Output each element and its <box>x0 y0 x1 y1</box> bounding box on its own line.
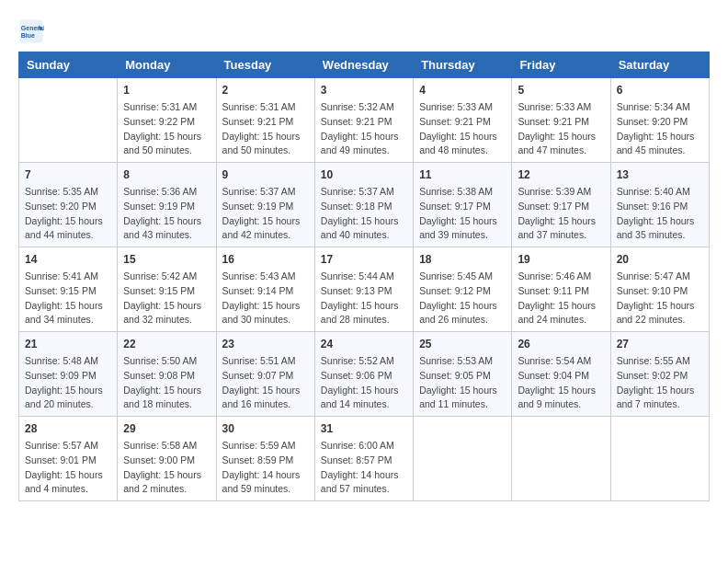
day-number: 20 <box>617 251 703 268</box>
day-info-text: Daylight: 15 hours <box>617 384 703 398</box>
day-info-text: Daylight: 15 hours <box>321 384 407 398</box>
calendar-cell: 29Sunrise: 5:58 AMSunset: 9:00 PMDayligh… <box>118 417 216 501</box>
day-info-text: Daylight: 14 hours <box>321 468 407 483</box>
day-info-text: Sunset: 9:08 PM <box>123 369 210 384</box>
weekday-header-saturday: Saturday <box>610 52 709 78</box>
day-info-text: Daylight: 15 hours <box>123 468 210 483</box>
day-info-text: Daylight: 15 hours <box>25 214 111 229</box>
day-number: 12 <box>518 167 604 183</box>
day-info-text: Sunrise: 5:47 AM <box>617 270 703 284</box>
day-info-text: Sunrise: 5:58 AM <box>123 439 210 454</box>
week-row-3: 14Sunrise: 5:41 AMSunset: 9:15 PMDayligh… <box>19 247 710 332</box>
weekday-header-thursday: Thursday <box>414 52 512 78</box>
calendar-table: SundayMondayTuesdayWednesdayThursdayFrid… <box>18 52 710 501</box>
day-info-text: Sunset: 9:02 PM <box>617 369 703 384</box>
day-info-text: Daylight: 15 hours <box>123 214 210 229</box>
day-info-text: Daylight: 15 hours <box>518 384 604 398</box>
day-info-text: Sunrise: 5:45 AM <box>419 270 506 284</box>
day-info-text: and 32 minutes. <box>123 313 210 327</box>
calendar-cell: 17Sunrise: 5:44 AMSunset: 9:13 PMDayligh… <box>314 247 413 332</box>
day-number: 21 <box>25 336 111 352</box>
day-info-text: Sunrise: 5:59 AM <box>222 439 309 454</box>
weekday-header-monday: Monday <box>118 52 216 78</box>
day-info-text: Sunrise: 5:37 AM <box>321 185 407 200</box>
day-info-text: Sunrise: 5:46 AM <box>518 270 604 284</box>
day-info-text: and 48 minutes. <box>419 144 506 158</box>
day-number: 1 <box>123 82 210 98</box>
weekday-header-friday: Friday <box>512 52 610 78</box>
day-info-text: Daylight: 15 hours <box>419 130 506 144</box>
calendar-cell: 30Sunrise: 5:59 AMSunset: 8:59 PMDayligh… <box>216 417 314 501</box>
day-number: 28 <box>25 420 111 437</box>
svg-rect-0 <box>19 19 42 42</box>
weekday-header-sunday: Sunday <box>19 52 118 78</box>
day-info-text: Sunrise: 5:50 AM <box>123 354 210 369</box>
day-info-text: Sunset: 9:17 PM <box>419 200 506 214</box>
day-info-text: Daylight: 15 hours <box>617 130 703 144</box>
svg-text:Blue: Blue <box>21 32 35 39</box>
calendar-cell: 4Sunrise: 5:33 AMSunset: 9:21 PMDaylight… <box>414 78 512 163</box>
calendar-cell: 25Sunrise: 5:53 AMSunset: 9:05 PMDayligh… <box>414 332 512 417</box>
day-number: 29 <box>123 420 210 437</box>
day-number: 2 <box>222 82 309 98</box>
day-info-text: and 16 minutes. <box>222 397 309 412</box>
day-info-text: and 14 minutes. <box>321 397 407 412</box>
calendar-cell: 21Sunrise: 5:48 AMSunset: 9:09 PMDayligh… <box>19 332 118 417</box>
day-info-text: Sunset: 8:57 PM <box>321 454 407 468</box>
day-number: 26 <box>518 336 604 352</box>
calendar-cell: 26Sunrise: 5:54 AMSunset: 9:04 PMDayligh… <box>512 332 610 417</box>
day-number: 23 <box>222 336 309 352</box>
calendar-cell: 12Sunrise: 5:39 AMSunset: 9:17 PMDayligh… <box>512 163 610 247</box>
day-number: 31 <box>321 420 407 437</box>
calendar-cell: 20Sunrise: 5:47 AMSunset: 9:10 PMDayligh… <box>610 247 709 332</box>
day-info-text: and 18 minutes. <box>123 397 210 412</box>
day-info-text: and 37 minutes. <box>518 228 604 243</box>
week-row-4: 21Sunrise: 5:48 AMSunset: 9:09 PMDayligh… <box>19 332 710 417</box>
day-info-text: and 44 minutes. <box>25 228 111 243</box>
day-info-text: Sunset: 9:21 PM <box>222 115 309 130</box>
day-info-text: Sunset: 9:14 PM <box>222 284 309 299</box>
day-info-text: and 11 minutes. <box>419 397 506 412</box>
calendar-cell: 10Sunrise: 5:37 AMSunset: 9:18 PMDayligh… <box>314 163 413 247</box>
day-info-text: Sunrise: 5:40 AM <box>617 185 703 200</box>
day-info-text: and 9 minutes. <box>518 397 604 412</box>
day-info-text: Sunset: 9:20 PM <box>25 200 111 214</box>
calendar-cell: 6Sunrise: 5:34 AMSunset: 9:20 PMDaylight… <box>610 78 709 163</box>
day-info-text: Sunrise: 5:31 AM <box>123 100 210 115</box>
day-info-text: Daylight: 15 hours <box>25 384 111 398</box>
day-info-text: Sunset: 8:59 PM <box>222 454 309 468</box>
day-info-text: Sunrise: 5:37 AM <box>222 185 309 200</box>
calendar-cell: 15Sunrise: 5:42 AMSunset: 9:15 PMDayligh… <box>118 247 216 332</box>
day-info-text: Sunset: 9:19 PM <box>123 200 210 214</box>
day-number: 11 <box>419 167 506 183</box>
day-info-text: and 47 minutes. <box>518 144 604 158</box>
calendar-cell: 27Sunrise: 5:55 AMSunset: 9:02 PMDayligh… <box>610 332 709 417</box>
day-info-text: Sunset: 9:15 PM <box>123 284 210 299</box>
day-info-text: and 35 minutes. <box>617 228 703 243</box>
day-info-text: Sunset: 9:09 PM <box>25 369 111 384</box>
day-info-text: Daylight: 15 hours <box>617 214 703 229</box>
day-info-text: and 26 minutes. <box>419 313 506 327</box>
day-info-text: and 24 minutes. <box>518 313 604 327</box>
day-info-text: Sunset: 9:21 PM <box>321 115 407 130</box>
calendar-cell: 16Sunrise: 5:43 AMSunset: 9:14 PMDayligh… <box>216 247 314 332</box>
day-info-text: and 22 minutes. <box>617 313 703 327</box>
day-info-text: and 2 minutes. <box>123 482 210 497</box>
calendar-cell: 7Sunrise: 5:35 AMSunset: 9:20 PMDaylight… <box>19 163 118 247</box>
calendar-cell: 5Sunrise: 5:33 AMSunset: 9:21 PMDaylight… <box>512 78 610 163</box>
day-info-text: and 50 minutes. <box>222 144 309 158</box>
day-number: 14 <box>25 251 111 268</box>
day-info-text: and 39 minutes. <box>419 228 506 243</box>
day-info-text: Daylight: 15 hours <box>617 299 703 314</box>
day-info-text: Sunrise: 5:31 AM <box>222 100 309 115</box>
day-number: 9 <box>222 167 309 183</box>
calendar-cell: 8Sunrise: 5:36 AMSunset: 9:19 PMDaylight… <box>118 163 216 247</box>
day-number: 25 <box>419 336 506 352</box>
day-info-text: Daylight: 15 hours <box>123 384 210 398</box>
day-info-text: Sunrise: 5:41 AM <box>25 270 111 284</box>
day-info-text: Daylight: 15 hours <box>222 130 309 144</box>
day-info-text: Daylight: 15 hours <box>518 130 604 144</box>
day-number: 22 <box>123 336 210 352</box>
day-info-text: Sunset: 9:07 PM <box>222 369 309 384</box>
day-info-text: Sunrise: 6:00 AM <box>321 439 407 454</box>
